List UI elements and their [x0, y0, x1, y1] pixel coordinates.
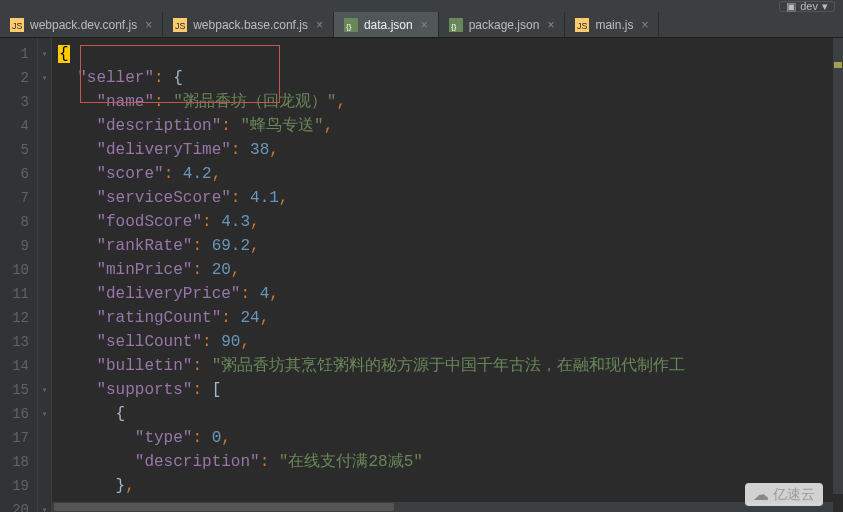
token-w: }	[116, 477, 126, 495]
token-k: "foodScore"	[96, 213, 202, 231]
tab-label: webpack.dev.conf.js	[30, 18, 137, 32]
line-number: 11	[0, 282, 37, 306]
code-line[interactable]: "rankRate": 69.2,	[58, 234, 843, 258]
code-line[interactable]: "deliveryTime": 38,	[58, 138, 843, 162]
token-s: "粥品香坊（回龙观）"	[173, 93, 336, 111]
editor-tabs-bar: JSwebpack.dev.conf.js×JSwebpack.base.con…	[0, 12, 843, 38]
fold-gutter: ▾▾▾▾▾	[38, 38, 52, 512]
fold-marker	[38, 426, 51, 450]
token-n: 20	[212, 261, 231, 279]
token-p: ,	[336, 93, 346, 111]
close-icon[interactable]: ×	[316, 18, 323, 32]
code-line[interactable]: "minPrice": 20,	[58, 258, 843, 282]
fold-marker	[38, 306, 51, 330]
code-line[interactable]: "ratingCount": 24,	[58, 306, 843, 330]
token-p: :	[154, 69, 173, 87]
fold-marker	[38, 354, 51, 378]
code-line[interactable]: "bulletin": "粥品香坊其烹饪粥料的秘方源于中国千年古法，在融和现代制…	[58, 354, 843, 378]
tab-package-json[interactable]: {}package.json×	[439, 12, 566, 37]
token-k: "deliveryTime"	[96, 141, 230, 159]
tab-data-json[interactable]: {}data.json×	[334, 12, 439, 37]
svg-text:{}: {}	[451, 22, 457, 31]
fold-marker[interactable]: ▾	[38, 42, 51, 66]
code-line[interactable]: "foodScore": 4.3,	[58, 210, 843, 234]
line-number: 16	[0, 402, 37, 426]
token-w: {	[173, 69, 183, 87]
token-p: ,	[250, 237, 260, 255]
code-line[interactable]: },	[58, 474, 843, 498]
fold-marker[interactable]: ▾	[38, 402, 51, 426]
line-number: 17	[0, 426, 37, 450]
fold-marker	[38, 210, 51, 234]
line-number: 7	[0, 186, 37, 210]
token-k: "type"	[135, 429, 193, 447]
token-w: {	[116, 405, 126, 423]
close-icon[interactable]: ×	[145, 18, 152, 32]
line-number: 19	[0, 474, 37, 498]
tab-label: main.js	[595, 18, 633, 32]
code-line[interactable]: "type": 0,	[58, 426, 843, 450]
token-p: ,	[221, 429, 231, 447]
close-icon[interactable]: ×	[421, 18, 428, 32]
token-k: "description"	[96, 117, 221, 135]
code-line[interactable]: "description": "在线支付满28减5"	[58, 450, 843, 474]
cloud-icon: ☁	[753, 485, 769, 504]
line-number: 14	[0, 354, 37, 378]
close-icon[interactable]: ×	[641, 18, 648, 32]
code-line[interactable]: "serviceScore": 4.1,	[58, 186, 843, 210]
js-file-icon: JS	[173, 18, 187, 32]
token-p: ,	[324, 117, 334, 135]
svg-text:JS: JS	[175, 21, 186, 31]
token-p: ,	[269, 285, 279, 303]
token-p: :	[192, 381, 211, 399]
code-line[interactable]: "name": "粥品香坊（回龙观）",	[58, 90, 843, 114]
matched-brace: {	[58, 45, 70, 63]
horizontal-scrollbar[interactable]	[52, 502, 833, 512]
token-n: 38	[250, 141, 269, 159]
code-line[interactable]: "sellCount": 90,	[58, 330, 843, 354]
fold-marker[interactable]: ▾	[38, 378, 51, 402]
token-p: :	[192, 429, 211, 447]
editor-area: 1234567891011121314151617181920 ▾▾▾▾▾ { …	[0, 38, 843, 512]
token-k: "seller"	[77, 69, 154, 87]
fold-marker[interactable]: ▾	[38, 498, 51, 512]
token-n: 4.2	[183, 165, 212, 183]
line-number: 5	[0, 138, 37, 162]
token-k: "score"	[96, 165, 163, 183]
token-n: 69.2	[212, 237, 250, 255]
json-file-icon: {}	[449, 18, 463, 32]
tab-webpack-dev-conf-js[interactable]: JSwebpack.dev.conf.js×	[0, 12, 163, 37]
fold-marker[interactable]: ▾	[38, 66, 51, 90]
code-line[interactable]: "supports": [	[58, 378, 843, 402]
vertical-scrollbar[interactable]	[833, 38, 843, 494]
fold-marker	[38, 450, 51, 474]
code-line[interactable]: "score": 4.2,	[58, 162, 843, 186]
token-n: 90	[221, 333, 240, 351]
code-line[interactable]: "seller": {	[58, 66, 843, 90]
tab-main-js[interactable]: JSmain.js×	[565, 12, 659, 37]
code-line[interactable]: "deliveryPrice": 4,	[58, 282, 843, 306]
line-number: 20	[0, 498, 37, 512]
js-file-icon: JS	[575, 18, 589, 32]
token-n: 0	[212, 429, 222, 447]
tab-label: data.json	[364, 18, 413, 32]
line-number: 8	[0, 210, 37, 234]
line-number: 18	[0, 450, 37, 474]
line-number: 12	[0, 306, 37, 330]
json-file-icon: {}	[344, 18, 358, 32]
token-k: "serviceScore"	[96, 189, 230, 207]
close-icon[interactable]: ×	[547, 18, 554, 32]
tab-webpack-base-conf-js[interactable]: JSwebpack.base.conf.js×	[163, 12, 334, 37]
fold-marker	[38, 282, 51, 306]
token-p: :	[154, 93, 173, 111]
token-n: 4	[260, 285, 270, 303]
token-p: ,	[269, 141, 279, 159]
code-content[interactable]: { "seller": { "name": "粥品香坊（回龙观）", "desc…	[52, 38, 843, 512]
token-n: 4.3	[221, 213, 250, 231]
token-k: "ratingCount"	[96, 309, 221, 327]
code-line[interactable]: "description": "蜂鸟专送",	[58, 114, 843, 138]
fold-marker	[38, 258, 51, 282]
run-config-dropdown[interactable]: ▣ dev ▾	[779, 1, 835, 12]
code-line[interactable]: {	[58, 42, 843, 66]
code-line[interactable]: {	[58, 402, 843, 426]
